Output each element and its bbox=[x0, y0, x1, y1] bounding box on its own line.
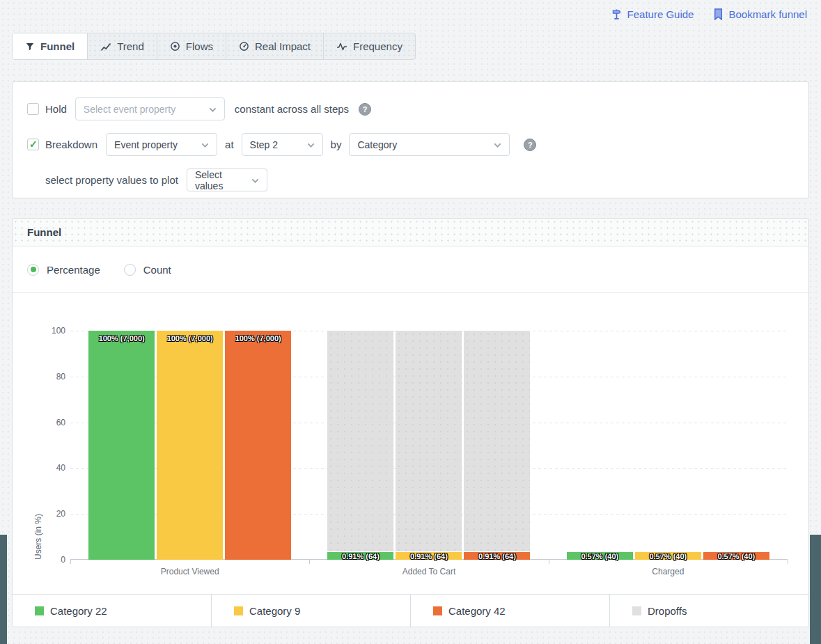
chevron-down-icon bbox=[488, 139, 501, 150]
dropoff-bar[interactable] bbox=[327, 331, 393, 551]
feature-guide-label: Feature Guide bbox=[627, 8, 694, 20]
bar-value-label: 0.57% (40) bbox=[635, 552, 701, 560]
chevron-down-icon bbox=[196, 139, 209, 150]
count-radio[interactable] bbox=[124, 264, 136, 276]
hold-suffix-label: constant across all steps bbox=[235, 103, 349, 115]
count-radio-option[interactable]: Count bbox=[124, 264, 171, 276]
legend-swatch bbox=[433, 606, 442, 615]
breakdown-label: Breakdown bbox=[45, 139, 97, 150]
breakdown-help-icon[interactable] bbox=[524, 139, 536, 151]
funnel-chart: Users (in %) 100% (7,000)100% (7,000)100… bbox=[13, 293, 808, 595]
series-bar[interactable] bbox=[157, 331, 223, 560]
bar-value-label: 100% (7,000) bbox=[157, 334, 223, 343]
legend-label: Category 42 bbox=[448, 605, 506, 617]
tab-funnel[interactable]: Funnel bbox=[13, 33, 88, 59]
x-axis-category-label: Added To Cart bbox=[309, 567, 548, 576]
breakdown-by-select[interactable]: Category bbox=[349, 133, 510, 156]
x-axis-category-label: Charged bbox=[549, 567, 788, 576]
bar-value-label: 0.57% (40) bbox=[567, 552, 633, 560]
plot-values-label: select property values to plot bbox=[45, 174, 178, 186]
controls-panel: Hold Select event property constant acro… bbox=[12, 81, 809, 198]
legend-item[interactable]: Category 22 bbox=[13, 595, 212, 627]
tab-funnel-label: Funnel bbox=[40, 40, 75, 52]
bar-group: 0.57% (40)0.57% (40)0.57% (40) bbox=[549, 331, 788, 560]
legend-item[interactable]: Category 42 bbox=[411, 595, 610, 627]
bar-group: 0.91% (64)0.91% (64)0.91% (64) bbox=[309, 331, 548, 560]
trend-icon bbox=[100, 42, 111, 52]
plot-values-select[interactable]: Select values bbox=[187, 168, 267, 191]
breakdown-row: Breakdown Event property at Step 2 by Ca… bbox=[27, 133, 794, 156]
tab-real-impact[interactable]: Real Impact bbox=[226, 33, 324, 59]
y-tick-label: 20 bbox=[39, 509, 65, 519]
hold-help-icon[interactable] bbox=[359, 103, 371, 116]
bar-value-label: 0.91% (64) bbox=[327, 552, 393, 560]
hold-property-placeholder: Select event property bbox=[84, 104, 175, 115]
bookmark-funnel-label: Bookmark funnel bbox=[728, 8, 807, 20]
breakdown-step-select[interactable]: Step 2 bbox=[242, 133, 323, 156]
legend-item[interactable]: Dropoffs bbox=[610, 595, 808, 627]
y-tick-label: 100 bbox=[39, 326, 65, 336]
funnel-panel-title: Funnel bbox=[27, 226, 61, 238]
bar-value-label: 0.57% (40) bbox=[703, 552, 769, 560]
chart-legend: Category 22Category 9Category 42Dropoffs bbox=[13, 594, 808, 627]
x-axis-category-label: Product Viewed bbox=[70, 567, 309, 576]
by-label: by bbox=[331, 139, 342, 150]
bar-value-label: 0.91% (64) bbox=[464, 552, 530, 560]
desktop-edge-right bbox=[810, 535, 821, 644]
chevron-down-icon bbox=[302, 139, 315, 150]
chevron-down-icon bbox=[246, 175, 259, 186]
signpost-icon bbox=[611, 8, 623, 20]
hold-property-select[interactable]: Select event property bbox=[75, 97, 225, 120]
bar-value-label: 0.91% (64) bbox=[396, 552, 462, 560]
series-bar[interactable] bbox=[88, 331, 155, 560]
legend-label: Category 9 bbox=[249, 605, 300, 617]
breakdown-property-value: Event property bbox=[114, 139, 178, 150]
chevron-down-icon bbox=[203, 104, 217, 115]
y-tick-label: 40 bbox=[39, 463, 65, 473]
y-tick-label: 80 bbox=[39, 372, 65, 382]
tab-frequency-label: Frequency bbox=[353, 40, 402, 52]
tab-frequency[interactable]: Frequency bbox=[324, 33, 415, 59]
bar-column: 100% (7,000) bbox=[88, 331, 155, 560]
tab-bar: Funnel Trend Flows Real Impact Frequency bbox=[12, 33, 416, 60]
y-tick-label: 0 bbox=[39, 555, 65, 565]
legend-label: Category 22 bbox=[50, 605, 107, 617]
dropoff-bar[interactable] bbox=[464, 331, 530, 551]
percentage-radio[interactable] bbox=[27, 264, 39, 276]
bar-column: 0.91% (64) bbox=[396, 331, 462, 560]
feature-guide-link[interactable]: Feature Guide bbox=[611, 8, 694, 20]
at-label: at bbox=[225, 139, 234, 150]
breakdown-step-value: Step 2 bbox=[250, 139, 278, 150]
legend-item[interactable]: Category 9 bbox=[212, 595, 411, 627]
legend-swatch bbox=[632, 606, 641, 615]
frequency-icon bbox=[336, 42, 347, 52]
series-bar[interactable] bbox=[225, 331, 291, 560]
y-axis-title: Users (in %) bbox=[33, 331, 43, 560]
header-links: Feature Guide Bookmark funnel bbox=[611, 8, 807, 20]
legend-swatch bbox=[234, 606, 243, 615]
percentage-radio-option[interactable]: Percentage bbox=[27, 264, 100, 276]
breakdown-checkbox[interactable] bbox=[27, 139, 39, 150]
breakdown-property-select[interactable]: Event property bbox=[106, 133, 217, 156]
tab-flows[interactable]: Flows bbox=[157, 33, 226, 59]
funnel-icon bbox=[25, 42, 35, 52]
y-tick-label: 60 bbox=[39, 418, 65, 427]
bar-column: 0.57% (40) bbox=[567, 331, 633, 560]
dropoff-bar[interactable] bbox=[396, 331, 462, 551]
bookmark-icon bbox=[713, 8, 724, 20]
count-label: Count bbox=[143, 264, 171, 276]
bar-value-label: 100% (7,000) bbox=[88, 334, 155, 343]
bar-column: 0.57% (40) bbox=[703, 331, 769, 560]
tab-real-impact-label: Real Impact bbox=[255, 40, 311, 52]
plot-values-value: Select values bbox=[195, 169, 246, 191]
breakdown-by-value: Category bbox=[357, 139, 397, 150]
bar-column: 0.91% (64) bbox=[327, 331, 393, 560]
tab-trend[interactable]: Trend bbox=[88, 33, 157, 59]
hold-label: Hold bbox=[45, 103, 67, 115]
bar-column: 0.91% (64) bbox=[464, 331, 530, 560]
bar-group: 100% (7,000)100% (7,000)100% (7,000) bbox=[70, 331, 309, 560]
hold-row: Hold Select event property constant acro… bbox=[27, 97, 794, 120]
plot-area: 100% (7,000)100% (7,000)100% (7,000)0.91… bbox=[70, 331, 788, 560]
bookmark-funnel-link[interactable]: Bookmark funnel bbox=[713, 8, 807, 20]
hold-checkbox[interactable] bbox=[27, 103, 39, 115]
